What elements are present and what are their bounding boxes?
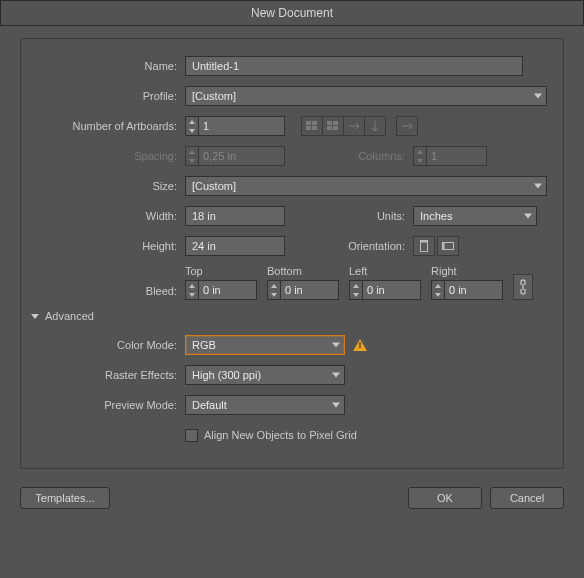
profile-value: [Custom] (192, 90, 236, 102)
width-input[interactable] (185, 206, 285, 226)
grid-by-column-icon[interactable] (322, 116, 344, 136)
bleed-bottom-input[interactable] (281, 280, 339, 300)
chevron-down-icon (332, 403, 340, 408)
spacing-label: Spacing: (35, 150, 185, 162)
size-select[interactable]: [Custom] (185, 176, 547, 196)
svg-rect-20 (443, 243, 445, 250)
raster-effects-value: High (300 ppi) (192, 369, 261, 381)
profile-select[interactable]: [Custom] (185, 86, 547, 106)
height-label: Height: (35, 240, 185, 252)
settings-panel: Name: Profile: [Custom] Number of Artboa… (20, 38, 564, 469)
bleed-top-input[interactable] (199, 280, 257, 300)
rtl-toggle-icon[interactable] (396, 116, 418, 136)
size-value: [Custom] (192, 180, 236, 192)
orientation-label: Orientation: (285, 240, 413, 252)
width-label: Width: (35, 210, 185, 222)
ok-button[interactable]: OK (408, 487, 482, 509)
warning-icon (353, 339, 367, 351)
dialog-title: New Document (0, 0, 584, 26)
raster-effects-label: Raster Effects: (35, 369, 185, 381)
bleed-right-stepper[interactable] (431, 280, 503, 300)
chevron-down-icon (534, 184, 542, 189)
arrange-column-icon[interactable] (364, 116, 386, 136)
grid-by-row-icon[interactable] (301, 116, 323, 136)
orientation-portrait-button[interactable] (413, 236, 435, 256)
columns-stepper (413, 146, 487, 166)
cancel-button[interactable]: Cancel (490, 487, 564, 509)
color-mode-label: Color Mode: (35, 339, 185, 351)
svg-rect-4 (328, 122, 332, 125)
svg-rect-2 (307, 127, 311, 130)
advanced-section-toggle[interactable]: Advanced (31, 310, 549, 322)
bleed-bottom-label: Bottom (267, 265, 339, 277)
artboards-stepper[interactable] (185, 116, 285, 136)
artboards-input[interactable] (199, 116, 285, 136)
height-input[interactable] (185, 236, 285, 256)
preview-mode-value: Default (192, 399, 227, 411)
bleed-left-stepper[interactable] (349, 280, 421, 300)
svg-rect-0 (307, 122, 311, 125)
new-document-dialog: New Document Name: Profile: [Custom] Num… (0, 0, 584, 578)
templates-button[interactable]: Templates... (20, 487, 110, 509)
svg-rect-1 (313, 122, 317, 125)
svg-rect-7 (334, 127, 338, 130)
columns-label: Columns: (285, 150, 413, 162)
bleed-label: Bleed: (35, 285, 185, 297)
size-label: Size: (35, 180, 185, 192)
bleed-bottom-stepper[interactable] (267, 280, 339, 300)
name-label: Name: (35, 60, 185, 72)
triangle-down-icon (31, 314, 39, 319)
preview-mode-select[interactable]: Default (185, 395, 345, 415)
orientation-landscape-button[interactable] (437, 236, 459, 256)
chevron-down-icon (332, 343, 340, 348)
bleed-right-label: Right (431, 265, 503, 277)
chevron-down-icon (332, 373, 340, 378)
profile-label: Profile: (35, 90, 185, 102)
preview-mode-label: Preview Mode: (35, 399, 185, 411)
bleed-left-input[interactable] (363, 280, 421, 300)
svg-rect-6 (334, 122, 338, 125)
chevron-down-icon (534, 94, 542, 99)
svg-rect-3 (313, 127, 317, 130)
artboard-layout-group (301, 116, 386, 136)
svg-rect-5 (328, 127, 332, 130)
bleed-top-label: Top (185, 265, 257, 277)
name-input[interactable] (185, 56, 523, 76)
spacing-stepper (185, 146, 285, 166)
link-bleed-button[interactable] (513, 274, 533, 300)
arrange-row-icon[interactable] (343, 116, 365, 136)
bleed-top-stepper[interactable] (185, 280, 257, 300)
raster-effects-select[interactable]: High (300 ppi) (185, 365, 345, 385)
spacing-input (199, 146, 285, 166)
units-label: Units: (285, 210, 413, 222)
advanced-label: Advanced (45, 310, 94, 322)
columns-input (427, 146, 487, 166)
svg-rect-18 (421, 241, 428, 243)
units-value: Inches (420, 210, 452, 222)
bleed-right-input[interactable] (445, 280, 503, 300)
bleed-left-label: Left (349, 265, 421, 277)
units-select[interactable]: Inches (413, 206, 537, 226)
color-mode-select[interactable]: RGB (185, 335, 345, 355)
align-label: Align New Objects to Pixel Grid (204, 429, 357, 441)
align-checkbox[interactable] (185, 429, 198, 442)
artboards-label: Number of Artboards: (35, 120, 185, 132)
chevron-down-icon (524, 214, 532, 219)
color-mode-value: RGB (192, 339, 216, 351)
